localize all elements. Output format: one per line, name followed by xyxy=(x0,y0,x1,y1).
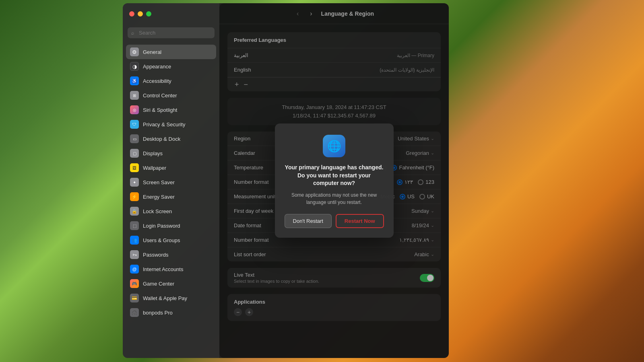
sidebar-item-label: Appearance xyxy=(143,64,171,70)
dialog-buttons: Don't Restart Restart Now xyxy=(285,214,384,228)
siri-icon: ◎ xyxy=(130,105,139,114)
dialog-overlay: 🌐 Your primary language has changed. Do … xyxy=(219,3,449,358)
sidebar-item-bonpods-pro[interactable]: 🎧 bonpods Pro xyxy=(126,305,216,320)
users-icon: 👥 xyxy=(130,236,139,245)
maximize-button[interactable] xyxy=(146,11,151,16)
main-content: ‹ › Language & Region Preferred Language… xyxy=(219,3,449,358)
dont-restart-button[interactable]: Don't Restart xyxy=(285,214,332,228)
sidebar-item-label: Wallet & Apple Pay xyxy=(143,295,187,301)
sidebar-item-general[interactable]: ⚙ General xyxy=(126,45,216,59)
sidebar-item-accessibility[interactable]: ♿ Accessibility xyxy=(126,74,216,88)
sidebar-list: ⚙ General ◑ Appearance ♿ Accessibility ⊞… xyxy=(123,43,219,358)
sidebar-item-appearance[interactable]: ◑ Appearance xyxy=(126,59,216,74)
sidebar-item-label: General xyxy=(143,49,161,55)
sidebar-item-label: Accessibility xyxy=(143,78,171,84)
sidebar-item-label: Screen Saver xyxy=(143,179,175,185)
privacy-icon: 🛡 xyxy=(130,120,139,129)
lock-screen-icon: 🔒 xyxy=(130,207,139,216)
sidebar-item-lock-screen[interactable]: 🔒 Lock Screen xyxy=(126,204,216,218)
sidebar-item-label: Wallpaper xyxy=(143,165,166,171)
minimize-button[interactable] xyxy=(138,11,143,16)
sidebar-item-screen-saver[interactable]: ✦ Screen Saver xyxy=(126,175,216,189)
sidebar-item-siri-spotlight[interactable]: ◎ Siri & Spotlight xyxy=(126,103,216,117)
general-icon: ⚙ xyxy=(130,47,139,56)
wallet-icon: 💳 xyxy=(130,294,139,302)
sidebar-item-label: Login Password xyxy=(143,223,180,229)
dialog-title: Your primary language has changed. Do yo… xyxy=(285,164,384,187)
sidebar-item-login-password[interactable]: ⬚ Login Password xyxy=(126,218,216,233)
sidebar-item-label: Control Center xyxy=(143,93,177,99)
sidebar-item-internet-accounts[interactable]: @ Internet Accounts xyxy=(126,262,216,276)
search-input[interactable] xyxy=(128,27,215,38)
wallpaper-icon: 🖼 xyxy=(130,163,139,172)
login-icon: ⬚ xyxy=(130,221,139,230)
sidebar-item-label: Energy Saver xyxy=(143,194,175,200)
sidebar-item-control-center[interactable]: ⊞ Control Center xyxy=(126,88,216,103)
sidebar-item-label: Game Center xyxy=(143,281,174,287)
game-icon: 🎮 xyxy=(130,279,139,288)
sidebar-item-label: Privacy & Security xyxy=(143,121,185,128)
restart-now-button[interactable]: Restart Now xyxy=(336,214,384,228)
sidebar-item-privacy-security[interactable]: 🛡 Privacy & Security xyxy=(126,117,216,132)
sidebar: ⌕ ⚙ General ◑ Appearance ♿ Accessibility… xyxy=(123,3,219,358)
sidebar-item-wallet-apple-pay[interactable]: 💳 Wallet & Apple Pay xyxy=(126,291,216,305)
sidebar-item-passwords[interactable]: 🗝 Passwords xyxy=(126,247,216,262)
desktop-icon: ▭ xyxy=(130,134,139,143)
traffic-lights xyxy=(129,11,151,16)
search-container: ⌕ xyxy=(123,24,219,43)
control-center-icon: ⊞ xyxy=(130,91,139,100)
close-button[interactable] xyxy=(129,11,134,16)
sidebar-item-desktop-dock[interactable]: ▭ Desktop & Dock xyxy=(126,132,216,146)
appearance-icon: ◑ xyxy=(130,62,139,71)
accessibility-icon: ♿ xyxy=(130,76,139,85)
sidebar-item-energy-saver[interactable]: ⚡ Energy Saver xyxy=(126,189,216,204)
sidebar-item-label: bonpods Pro xyxy=(143,310,173,316)
dialog-message: Some applications may not use the new la… xyxy=(285,191,384,206)
sidebar-item-label: Users & Groups xyxy=(143,237,180,243)
sidebar-titlebar xyxy=(123,3,219,24)
sidebar-item-label: Siri & Spotlight xyxy=(143,107,177,113)
displays-icon: ▢ xyxy=(130,149,139,158)
sidebar-item-label: Internet Accounts xyxy=(143,266,183,272)
sidebar-item-wallpaper[interactable]: 🖼 Wallpaper xyxy=(126,160,216,175)
bonpods-icon: 🎧 xyxy=(130,308,139,317)
sidebar-item-game-center[interactable]: 🎮 Game Center xyxy=(126,276,216,291)
search-wrapper: ⌕ xyxy=(128,27,215,38)
internet-icon: @ xyxy=(130,265,139,274)
dialog-icon: 🌐 xyxy=(323,135,345,157)
restart-dialog: 🌐 Your primary language has changed. Do … xyxy=(275,123,394,238)
sidebar-item-label: Desktop & Dock xyxy=(143,136,180,142)
sidebar-item-displays[interactable]: ▢ Displays xyxy=(126,146,216,160)
sidebar-item-label: Passwords xyxy=(143,252,169,258)
sidebar-item-label: Lock Screen xyxy=(143,208,172,214)
sidebar-item-users-groups[interactable]: 👥 Users & Groups xyxy=(126,233,216,247)
sidebar-item-label: Displays xyxy=(143,150,163,156)
screen-saver-icon: ✦ xyxy=(130,178,139,187)
passwords-icon: 🗝 xyxy=(130,250,139,259)
energy-icon: ⚡ xyxy=(130,192,139,201)
